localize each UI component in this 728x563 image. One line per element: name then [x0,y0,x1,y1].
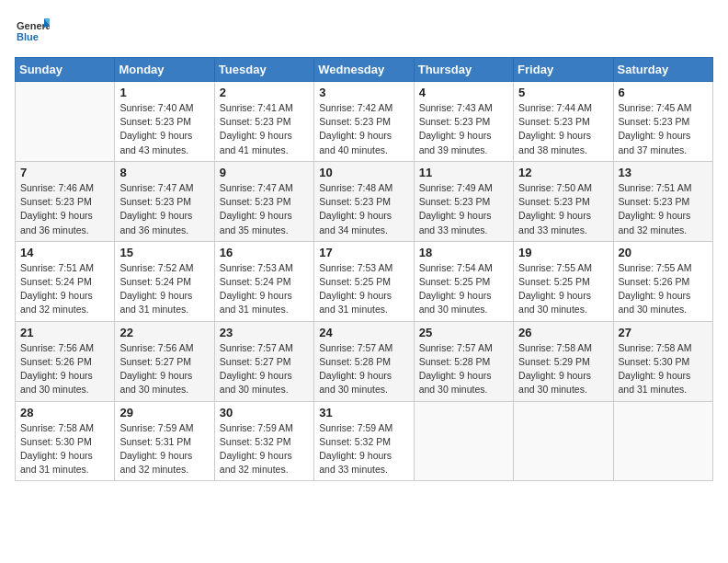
day-number: 9 [220,166,309,179]
day-number: 23 [220,326,309,339]
calendar-week-row: 21Sunrise: 7:56 AMSunset: 5:26 PMDayligh… [16,321,713,401]
calendar-header-row: SundayMondayTuesdayWednesdayThursdayFrid… [16,58,713,82]
calendar-cell: 4Sunrise: 7:43 AMSunset: 5:23 PMDaylight… [414,82,513,162]
day-number: 15 [119,246,209,259]
day-number: 4 [419,86,508,99]
day-info: Sunrise: 7:57 AMSunset: 5:28 PMDaylight:… [419,341,508,397]
calendar-cell: 22Sunrise: 7:56 AMSunset: 5:27 PMDayligh… [115,321,214,401]
calendar-cell: 13Sunrise: 7:51 AMSunset: 5:23 PMDayligh… [613,161,712,241]
calendar-cell: 11Sunrise: 7:49 AMSunset: 5:23 PMDayligh… [414,161,513,241]
day-number: 28 [20,406,109,419]
header-monday: Monday [115,58,214,82]
header-saturday: Saturday [613,58,712,82]
day-info: Sunrise: 7:41 AMSunset: 5:23 PMDaylight:… [220,101,309,157]
svg-text:Blue: Blue [17,31,39,42]
calendar-table: SundayMondayTuesdayWednesdayThursdayFrid… [15,57,713,481]
day-number: 26 [518,326,608,339]
day-number: 30 [220,406,309,419]
day-info: Sunrise: 7:44 AMSunset: 5:23 PMDaylight:… [518,101,608,157]
day-info: Sunrise: 7:55 AMSunset: 5:26 PMDaylight:… [619,261,708,317]
day-info: Sunrise: 7:51 AMSunset: 5:23 PMDaylight:… [619,181,708,237]
calendar-cell: 30Sunrise: 7:59 AMSunset: 5:32 PMDayligh… [214,401,313,481]
calendar-cell: 27Sunrise: 7:58 AMSunset: 5:30 PMDayligh… [613,321,712,401]
day-info: Sunrise: 7:49 AMSunset: 5:23 PMDaylight:… [419,181,508,237]
day-number: 22 [119,326,209,339]
calendar-cell: 6Sunrise: 7:45 AMSunset: 5:23 PMDaylight… [613,82,712,162]
day-number: 13 [619,166,708,179]
day-number: 1 [119,86,209,99]
day-number: 5 [518,86,608,99]
day-number: 25 [419,326,508,339]
calendar-cell: 25Sunrise: 7:57 AMSunset: 5:28 PMDayligh… [414,321,513,401]
day-number: 24 [319,326,408,339]
day-number: 7 [20,166,109,179]
calendar-cell: 5Sunrise: 7:44 AMSunset: 5:23 PMDaylight… [514,82,613,162]
day-number: 12 [518,166,608,179]
calendar-week-row: 14Sunrise: 7:51 AMSunset: 5:24 PMDayligh… [16,241,713,321]
day-number: 19 [518,246,608,259]
day-info: Sunrise: 7:58 AMSunset: 5:30 PMDaylight:… [20,421,109,477]
calendar-cell: 7Sunrise: 7:46 AMSunset: 5:23 PMDaylight… [16,161,115,241]
day-number: 17 [319,246,408,259]
calendar-week-row: 1Sunrise: 7:40 AMSunset: 5:23 PMDaylight… [16,82,713,162]
day-number: 3 [319,86,408,99]
day-number: 16 [220,246,309,259]
calendar-cell: 9Sunrise: 7:47 AMSunset: 5:23 PMDaylight… [214,161,313,241]
day-number: 10 [319,166,408,179]
calendar-cell: 12Sunrise: 7:50 AMSunset: 5:23 PMDayligh… [514,161,613,241]
logo: General Blue [15,15,50,50]
day-info: Sunrise: 7:42 AMSunset: 5:23 PMDaylight:… [319,101,408,157]
calendar-cell: 29Sunrise: 7:59 AMSunset: 5:31 PMDayligh… [115,401,214,481]
calendar-cell [514,401,613,481]
day-info: Sunrise: 7:59 AMSunset: 5:31 PMDaylight:… [119,421,209,477]
day-number: 20 [619,246,708,259]
calendar-cell: 8Sunrise: 7:47 AMSunset: 5:23 PMDaylight… [115,161,214,241]
day-number: 11 [419,166,508,179]
header-friday: Friday [514,58,613,82]
day-info: Sunrise: 7:45 AMSunset: 5:23 PMDaylight:… [619,101,708,157]
page-header: General Blue [15,15,713,50]
day-number: 31 [319,406,408,419]
day-number: 2 [220,86,309,99]
calendar-cell: 28Sunrise: 7:58 AMSunset: 5:30 PMDayligh… [16,401,115,481]
day-info: Sunrise: 7:47 AMSunset: 5:23 PMDaylight:… [119,181,209,237]
header-wednesday: Wednesday [314,58,414,82]
calendar-cell [16,82,115,162]
day-info: Sunrise: 7:48 AMSunset: 5:23 PMDaylight:… [319,181,408,237]
calendar-cell: 19Sunrise: 7:55 AMSunset: 5:25 PMDayligh… [514,241,613,321]
day-number: 21 [20,326,109,339]
day-info: Sunrise: 7:53 AMSunset: 5:24 PMDaylight:… [220,261,309,317]
calendar-cell: 2Sunrise: 7:41 AMSunset: 5:23 PMDaylight… [214,82,313,162]
calendar-cell: 1Sunrise: 7:40 AMSunset: 5:23 PMDaylight… [115,82,214,162]
day-info: Sunrise: 7:55 AMSunset: 5:25 PMDaylight:… [518,261,608,317]
day-number: 27 [619,326,708,339]
day-number: 14 [20,246,109,259]
day-info: Sunrise: 7:57 AMSunset: 5:27 PMDaylight:… [220,341,309,397]
day-number: 8 [119,166,209,179]
day-info: Sunrise: 7:56 AMSunset: 5:27 PMDaylight:… [119,341,209,397]
calendar-cell: 3Sunrise: 7:42 AMSunset: 5:23 PMDaylight… [314,82,414,162]
calendar-cell: 16Sunrise: 7:53 AMSunset: 5:24 PMDayligh… [214,241,313,321]
calendar-cell [613,401,712,481]
day-info: Sunrise: 7:58 AMSunset: 5:29 PMDaylight:… [518,341,608,397]
header-sunday: Sunday [16,58,115,82]
day-info: Sunrise: 7:40 AMSunset: 5:23 PMDaylight:… [119,101,209,157]
calendar-cell: 18Sunrise: 7:54 AMSunset: 5:25 PMDayligh… [414,241,513,321]
header-tuesday: Tuesday [214,58,313,82]
calendar-cell: 20Sunrise: 7:55 AMSunset: 5:26 PMDayligh… [613,241,712,321]
day-info: Sunrise: 7:59 AMSunset: 5:32 PMDaylight:… [220,421,309,477]
calendar-cell: 14Sunrise: 7:51 AMSunset: 5:24 PMDayligh… [16,241,115,321]
calendar-week-row: 28Sunrise: 7:58 AMSunset: 5:30 PMDayligh… [16,401,713,481]
day-info: Sunrise: 7:53 AMSunset: 5:25 PMDaylight:… [319,261,408,317]
day-info: Sunrise: 7:52 AMSunset: 5:24 PMDaylight:… [119,261,209,317]
day-number: 6 [619,86,708,99]
day-info: Sunrise: 7:57 AMSunset: 5:28 PMDaylight:… [319,341,408,397]
day-info: Sunrise: 7:59 AMSunset: 5:32 PMDaylight:… [319,421,408,477]
day-info: Sunrise: 7:43 AMSunset: 5:23 PMDaylight:… [419,101,508,157]
day-number: 18 [419,246,508,259]
header-thursday: Thursday [414,58,513,82]
day-info: Sunrise: 7:51 AMSunset: 5:24 PMDaylight:… [20,261,109,317]
calendar-cell: 21Sunrise: 7:56 AMSunset: 5:26 PMDayligh… [16,321,115,401]
day-info: Sunrise: 7:58 AMSunset: 5:30 PMDaylight:… [619,341,708,397]
calendar-cell: 26Sunrise: 7:58 AMSunset: 5:29 PMDayligh… [514,321,613,401]
